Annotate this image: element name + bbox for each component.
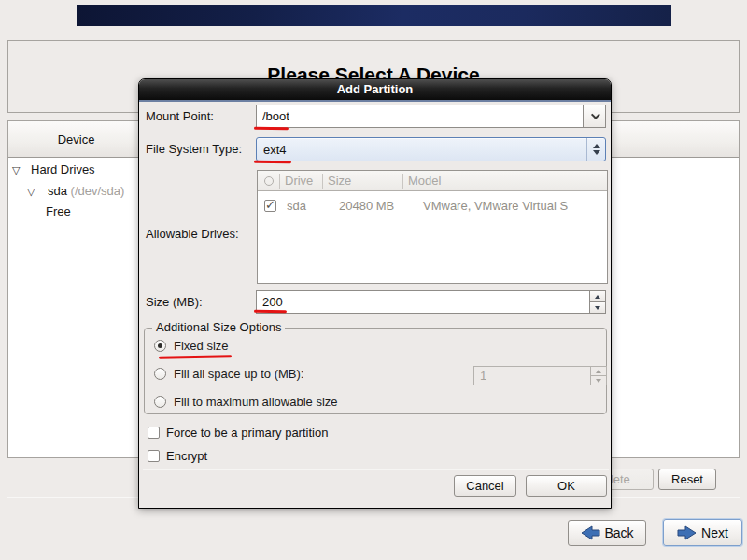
next-button-label: Next — [701, 525, 728, 540]
drives-table-row: sda 20480 MB VMware, VMware Virtual S — [258, 197, 607, 216]
size-input[interactable] — [257, 295, 589, 309]
mount-point-label: Mount Point: — [146, 107, 214, 126]
installer-progress-banner — [77, 5, 671, 26]
dialog-separator — [143, 469, 609, 470]
drives-table-header: Drive Size Model — [258, 171, 607, 191]
back-button[interactable]: Back — [568, 520, 646, 546]
encrypt-checkbox[interactable] — [148, 450, 160, 462]
drives-header-model: Model — [403, 174, 607, 189]
arrow-down-icon — [593, 150, 600, 155]
drive-checkbox — [264, 200, 276, 212]
size-spinbutton[interactable] — [256, 290, 606, 314]
radio-fill-max-label: Fill to maximum allowable size — [174, 395, 338, 409]
tree-label-hard-drives: Hard Drives — [31, 160, 95, 180]
drive-name-cell: sda — [287, 197, 306, 216]
force-primary-label: Force to be a primary partition — [166, 425, 328, 441]
fs-type-combo[interactable]: ext4 — [256, 137, 606, 161]
back-arrow-icon — [580, 525, 600, 540]
dialog-titlebar-accent — [139, 100, 611, 102]
ok-button-label: OK — [557, 479, 575, 493]
group-legend: Additional Size Options — [152, 320, 285, 334]
size-spin-buttons[interactable] — [589, 291, 605, 313]
tree-label-sda: sda — [48, 184, 67, 198]
allowable-drives-table: Drive Size Model sda 20480 MB VMware, VM… — [257, 170, 608, 284]
radio-fixed-size[interactable]: Fixed size — [154, 337, 229, 354]
fill-up-to-input — [474, 369, 590, 383]
radio-icon[interactable] — [154, 396, 166, 408]
annotation-underline-boot — [254, 127, 289, 130]
reset-button[interactable]: Reset — [658, 469, 716, 490]
radio-fixed-size-label: Fixed size — [174, 339, 229, 353]
next-button[interactable]: Next — [663, 519, 742, 546]
spin-up-button[interactable] — [590, 291, 605, 302]
drives-header-drive: Drive — [280, 174, 323, 189]
arrow-down-icon — [596, 379, 601, 383]
radio-icon[interactable] — [154, 340, 166, 352]
add-partition-dialog: Add Partition Mount Point: File System T… — [138, 78, 612, 509]
drives-header-select — [258, 174, 280, 189]
back-button-label: Back — [604, 525, 633, 540]
dialog-titlebar[interactable]: Add Partition — [139, 79, 611, 100]
radio-fill-up-to[interactable]: Fill all space up to (MB): — [154, 365, 303, 382]
fill-up-to-spinbutton — [473, 366, 607, 385]
drives-header-size: Size — [323, 174, 403, 189]
annotation-underline-200 — [254, 310, 287, 313]
arrow-up-icon — [596, 370, 601, 373]
size-label: Size (MB): — [146, 293, 203, 312]
spinner-arrows-icon[interactable] — [586, 138, 605, 161]
radio-fill-up-to-label: Fill all space up to (MB): — [174, 367, 303, 381]
reset-button-label: Reset — [671, 472, 703, 486]
mount-point-input[interactable] — [257, 109, 583, 123]
chevron-down-icon — [591, 110, 600, 119]
tree-label-free: Free — [46, 202, 71, 222]
arrow-up-icon — [595, 295, 600, 299]
mount-point-dropdown-button[interactable] — [583, 105, 605, 127]
force-primary-checkbox[interactable] — [148, 427, 160, 439]
radio-icon[interactable] — [154, 368, 166, 380]
fill-up-to-spin-buttons — [590, 367, 606, 385]
ok-button[interactable]: OK — [526, 475, 607, 497]
drive-size-cell: 20480 MB — [339, 197, 394, 216]
mount-point-combo[interactable] — [256, 105, 606, 128]
device-column-header[interactable]: Device — [8, 121, 144, 158]
additional-size-options-group: Additional Size Options Fixed size Fill … — [144, 328, 607, 414]
radio-fill-max[interactable]: Fill to maximum allowable size — [154, 393, 338, 410]
encrypt-label: Encrypt — [166, 448, 207, 465]
expander-icon[interactable]: ▽ — [12, 160, 20, 180]
tree-label-sda-path: (/dev/sda) — [71, 184, 125, 198]
cancel-button-label: Cancel — [466, 479, 503, 493]
spin-down-button[interactable] — [590, 302, 605, 313]
expander-icon[interactable]: ▽ — [27, 181, 35, 202]
circle-icon — [264, 176, 274, 186]
arrow-down-icon — [595, 306, 600, 310]
fs-type-label: File System Type: — [146, 140, 242, 159]
arrow-up-icon — [593, 144, 600, 148]
next-arrow-icon — [677, 525, 698, 540]
drive-model-cell: VMware, VMware Virtual S — [423, 197, 568, 216]
spin-down-button — [591, 376, 606, 385]
cancel-button[interactable]: Cancel — [454, 475, 516, 497]
fs-type-value: ext4 — [257, 143, 586, 157]
allowable-drives-label: Allowable Drives: — [146, 225, 239, 244]
spin-up-button — [591, 367, 606, 376]
annotation-underline-ext4 — [254, 161, 291, 163]
